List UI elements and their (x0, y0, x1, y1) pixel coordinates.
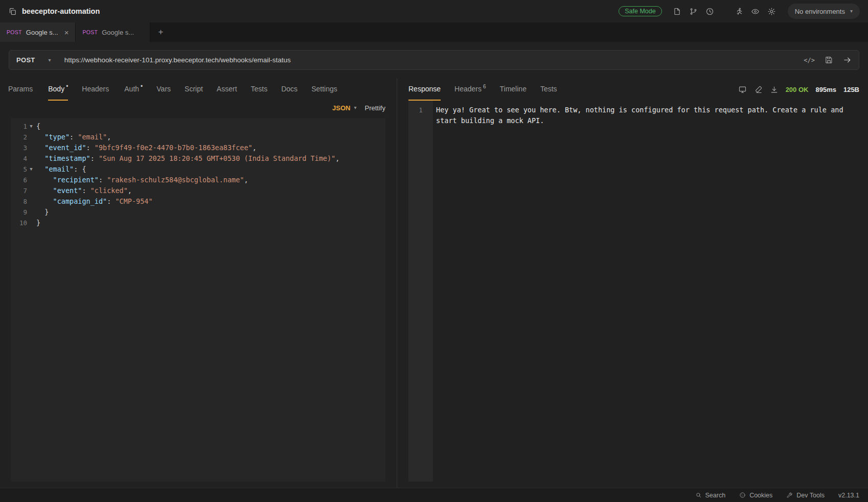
code-line[interactable]: 1▼{ (11, 121, 385, 132)
history-clock-icon[interactable] (705, 7, 714, 16)
code-line[interactable]: 6 "recipient": "rakesh-schulz584@sbcglob… (11, 175, 385, 185)
environment-selector[interactable]: No environments ▾ (788, 4, 860, 19)
tab-tests[interactable]: Tests (251, 78, 268, 101)
safe-mode-badge[interactable]: Safe Mode (619, 6, 661, 16)
gear-icon[interactable] (767, 7, 776, 16)
tab-headers[interactable]: Headers (82, 78, 110, 101)
fold-toggle-icon[interactable]: ▼ (27, 121, 35, 132)
file-tab-1[interactable]: POST Google s... × (0, 22, 76, 42)
response-status: 200 OK (786, 86, 809, 93)
fold-gap (27, 196, 35, 207)
code-text: } (35, 218, 40, 228)
tab-label: Body (48, 85, 64, 93)
tab-response-headers[interactable]: Headers6 (454, 78, 486, 101)
git-branch-icon[interactable] (689, 7, 698, 16)
tab-method-label: POST (7, 29, 22, 35)
clear-response-eraser-icon[interactable] (754, 85, 763, 94)
new-tab-button[interactable]: + (150, 22, 171, 42)
tab-method-label: POST (82, 29, 98, 35)
generate-code-icon[interactable]: </> (804, 57, 815, 64)
line-number: 9 (11, 207, 27, 218)
search-button[interactable]: Search (695, 492, 726, 499)
main-split: Params Body• Headers Auth• Vars Script A… (0, 78, 868, 488)
code-line[interactable]: 2 "type": "email", (11, 132, 385, 142)
tab-title: Google s... (26, 29, 58, 36)
cookie-icon (739, 492, 746, 498)
tab-response-tests[interactable]: Tests (540, 78, 557, 101)
method-dropdown[interactable]: POST ▾ (16, 56, 51, 64)
tab-response[interactable]: Response (408, 78, 441, 101)
cookies-button[interactable]: Cookies (739, 492, 772, 499)
code-text: { (35, 121, 40, 132)
body-toolbar: JSON ▾ Prettify (0, 101, 397, 115)
response-body-viewer[interactable]: 1Hey ya! Great to see you here. Btw, not… (408, 101, 868, 482)
line-number: 6 (11, 175, 27, 185)
search-icon (695, 492, 702, 498)
headers-count-badge: 6 (483, 84, 486, 89)
code-text: "recipient": "rakesh-schulz584@sbcglobal… (35, 175, 248, 185)
code-line[interactable]: 7 "event": "clicked", (11, 185, 385, 196)
cookies-label: Cookies (749, 492, 772, 499)
url-input[interactable]: https://webhook-receiver-101.proxy.beece… (64, 56, 804, 64)
code-text: "event": "clicked", (35, 185, 132, 196)
prettify-button[interactable]: Prettify (365, 104, 385, 112)
chevron-down-icon: ▾ (850, 9, 853, 14)
response-size: 125B (843, 86, 859, 93)
tab-auth[interactable]: Auth• (124, 78, 143, 101)
devtools-button[interactable]: Dev Tools (786, 492, 825, 499)
code-text: "campaign_id": "CMP-954" (35, 196, 153, 207)
method-label: POST (16, 56, 35, 64)
tab-docs[interactable]: Docs (281, 78, 298, 101)
code-line[interactable]: 8 "campaign_id": "CMP-954" (11, 196, 385, 207)
download-response-icon[interactable] (770, 85, 779, 94)
line-number: 8 (11, 196, 27, 207)
body-mode-label: JSON (332, 104, 350, 112)
wrench-icon (786, 492, 793, 498)
code-line[interactable]: 4 "timestamp": "Sun Aug 17 2025 18:20:45… (11, 153, 385, 164)
modified-dot: • (141, 83, 143, 90)
code-line[interactable]: 5▼ "email": { (11, 164, 385, 175)
fold-toggle-icon[interactable]: ▼ (27, 164, 35, 175)
body-mode-dropdown[interactable]: JSON ▾ (332, 104, 356, 112)
file-icon[interactable] (673, 7, 681, 16)
code-line[interactable]: 3 "event_id": "9bfc9f49-f0e2-4470-b7b0-1… (11, 142, 385, 153)
file-tab-2[interactable]: POST Google s... (76, 22, 150, 42)
fold-gap (27, 175, 35, 185)
app-version: v2.13.1 (838, 492, 859, 499)
request-pane: Params Body• Headers Auth• Vars Script A… (0, 78, 397, 488)
line-number: 4 (11, 153, 27, 164)
status-bar: Search Cookies Dev Tools v2.13.1 (0, 488, 868, 502)
code-line[interactable]: 9 } (11, 207, 385, 218)
tab-vars[interactable]: Vars (156, 78, 171, 101)
request-body-editor[interactable]: 1▼{2 "type": "email",3 "event_id": "9bfc… (11, 118, 385, 482)
tab-timeline[interactable]: Timeline (500, 78, 527, 101)
response-meta: 200 OK 895ms 125B (738, 78, 859, 101)
tab-settings[interactable]: Settings (311, 78, 337, 101)
line-number: 3 (11, 142, 27, 153)
save-icon[interactable] (825, 56, 833, 64)
tab-label: Response (408, 85, 441, 93)
runner-icon[interactable] (735, 7, 743, 16)
code-line[interactable]: 10} (11, 218, 385, 228)
search-label: Search (705, 492, 726, 499)
devtools-label: Dev Tools (796, 492, 825, 499)
fold-gap (27, 132, 35, 142)
tab-body[interactable]: Body• (48, 78, 68, 101)
eye-icon[interactable] (751, 7, 760, 16)
tab-label: Tests (540, 85, 557, 93)
tab-label: Assert (217, 85, 237, 93)
fold-gap (27, 185, 35, 196)
collection-icon (8, 7, 17, 16)
response-lines: 1Hey ya! Great to see you here. Btw, not… (408, 105, 868, 126)
environment-label: No environments (795, 8, 845, 15)
response-pane: Response Headers6 Timeline Tests 200 OK … (397, 78, 868, 488)
modified-dot: • (66, 83, 68, 90)
send-request-icon[interactable] (843, 56, 852, 64)
fullscreen-monitor-icon[interactable] (738, 85, 747, 94)
tab-params[interactable]: Params (8, 78, 34, 101)
tab-assert[interactable]: Assert (217, 78, 237, 101)
app-title: beeceptor-automation (22, 7, 100, 15)
close-tab-icon[interactable]: × (64, 29, 69, 36)
line-number: 5 (11, 164, 27, 175)
tab-script[interactable]: Script (185, 78, 203, 101)
